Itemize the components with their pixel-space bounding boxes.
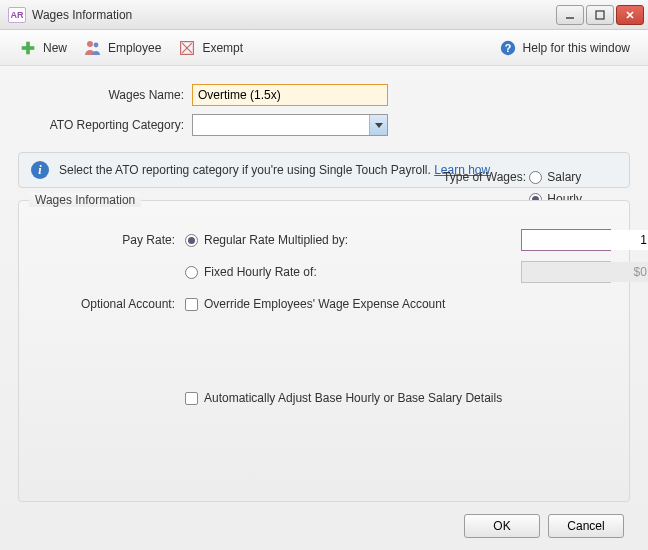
regular-rate-radio[interactable] [185,234,198,247]
regular-rate-label: Regular Rate Multiplied by: [204,233,348,247]
ato-category-combo[interactable] [192,114,388,136]
override-account-label: Override Employees' Wage Expense Account [204,297,445,311]
ato-combo-dropdown-button[interactable] [369,115,387,135]
new-button[interactable]: New [10,35,75,61]
minimize-button[interactable] [556,5,584,25]
title-bar: AR Wages Information [0,0,648,30]
chevron-down-icon [375,123,383,128]
new-label: New [43,41,67,55]
regular-rate-input-combo[interactable] [521,229,611,251]
content-area: Wages Name: ATO Reporting Category: Type… [0,66,648,550]
ato-category-input[interactable] [193,115,369,135]
app-badge: AR [8,7,26,23]
cancel-button[interactable]: Cancel [548,514,624,538]
svg-rect-1 [596,11,604,19]
info-icon: i [31,161,49,179]
wages-name-input[interactable] [192,84,388,106]
wages-information-fieldset: Wages Information Pay Rate: Regular Rate… [18,200,630,502]
fixed-rate-input [522,262,648,282]
toolbar: New Employee Exempt ? Help for this wind… [0,30,648,66]
fixed-rate-radio[interactable] [185,266,198,279]
exempt-icon [177,38,197,58]
svg-rect-5 [22,46,35,50]
window-title: Wages Information [32,8,556,22]
employee-button[interactable]: Employee [75,35,169,61]
auto-adjust-label: Automatically Adjust Base Hourly or Base… [204,391,502,405]
help-icon: ? [498,38,518,58]
exempt-button[interactable]: Exempt [169,35,251,61]
plus-icon [18,38,38,58]
exempt-label: Exempt [202,41,243,55]
auto-adjust-checkbox[interactable] [185,392,198,405]
ok-button[interactable]: OK [464,514,540,538]
people-icon [83,38,103,58]
ato-category-label: ATO Reporting Category: [18,118,192,132]
radio-icon [529,171,542,184]
help-button[interactable]: ? Help for this window [490,35,638,61]
svg-point-7 [94,42,99,47]
salary-radio[interactable]: Salary [529,170,582,184]
help-label: Help for this window [523,41,630,55]
wages-name-label: Wages Name: [18,88,192,102]
type-of-wages-label: Type of Wages: [430,170,526,184]
footer: OK Cancel [18,502,630,538]
fixed-rate-input-combo [521,261,611,283]
svg-text:?: ? [504,41,511,53]
salary-radio-label: Salary [547,170,581,184]
info-text-container: Select the ATO reporting category if you… [59,163,490,177]
maximize-button[interactable] [586,5,614,25]
override-account-checkbox[interactable] [185,298,198,311]
fixed-rate-label: Fixed Hourly Rate of: [204,265,317,279]
fieldset-legend: Wages Information [29,193,141,207]
employee-label: Employee [108,41,161,55]
regular-rate-input[interactable] [522,230,648,250]
svg-point-6 [87,41,93,47]
info-text: Select the ATO reporting category if you… [59,163,434,177]
pay-rate-label: Pay Rate: [37,233,185,247]
close-button[interactable] [616,5,644,25]
optional-account-label: Optional Account: [37,297,185,311]
